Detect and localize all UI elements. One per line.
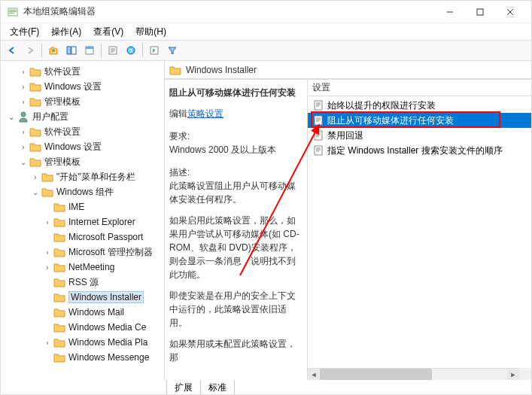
tree-toggle-icon[interactable]: ⌄ [19,158,28,166]
properties-button[interactable] [81,42,98,59]
list-item-label: 禁用回退 [327,129,363,142]
tab-extended[interactable]: 扩展 [166,380,201,395]
tree-item[interactable]: ›Windows Media Pla [1,335,164,350]
tree-item-label: Microsoft Passport [68,232,143,242]
list-row[interactable]: 指定 Windows Installer 搜索安装文件的顺序 [308,143,531,158]
description-p4: 如果禁用或未配置此策略设置，那 [169,337,302,364]
scroll-corner [519,368,531,380]
tree-item[interactable]: ⌄Windows 组件 [1,184,164,199]
column-settings[interactable]: 设置 [312,81,330,94]
tree-item[interactable]: ›软件设置 [1,124,164,139]
list-header[interactable]: 设置 [308,80,531,96]
close-button[interactable] [495,2,525,23]
folder-icon [53,216,65,228]
horizontal-scrollbar[interactable]: ◄ ► [308,368,519,380]
tree-item[interactable]: ⌄管理模板 [1,154,164,169]
tree-item[interactable]: RSS 源 [1,275,164,290]
requirements-section: 要求: Windows 2000 及以上版本 [169,129,302,156]
menu-action[interactable]: 操作(A) [45,24,87,40]
refresh-button[interactable] [146,42,163,59]
tree-toggle-icon[interactable]: › [19,83,28,91]
folder-icon [29,81,41,93]
maximize-button[interactable] [465,2,495,23]
tree-item-label: 软件设置 [44,65,81,78]
list-row[interactable]: 阻止从可移动媒体进行任何安装 [308,113,531,128]
menu-view[interactable]: 查看(V) [87,24,129,40]
tree-item-label: RSS 源 [68,276,99,289]
export-button[interactable] [105,42,121,59]
folder-icon [169,65,181,75]
tree-toggle-icon[interactable]: › [43,248,52,257]
policy-icon [312,144,324,156]
tree-item[interactable]: Windows Installer [1,290,164,305]
content-panel: Windows Installer 阻止从可移动媒体进行任何安装 编辑策略设置 … [165,61,531,380]
tree-item-label: Windows 组件 [56,186,114,199]
filter-button[interactable] [164,42,181,59]
tree-toggle-icon[interactable]: › [19,143,28,151]
content-body: 阻止从可移动媒体进行任何安装 编辑策略设置 要求: Windows 2000 及… [165,79,531,380]
description-section: 描述: 此策略设置阻止用户从可移动媒体安装任何程序。 如果启用此策略设置，那么，… [169,166,302,364]
window-title: 本地组策略编辑器 [23,5,435,18]
up-button[interactable] [45,42,62,59]
folder-icon [29,141,41,153]
tree-toggle-icon[interactable]: › [43,339,52,347]
tree-item-label: 管理模板 [44,96,81,108]
tree-item-label: Windows Media Pla [68,337,147,348]
tree-item[interactable]: ›软件设置 [1,64,164,79]
tree-toggle-icon[interactable]: › [19,128,28,136]
tree-item-label: 管理模板 [44,156,81,169]
forward-button[interactable] [22,42,38,59]
folder-icon [29,96,41,108]
help-button[interactable]: ? [123,42,139,59]
tree-item[interactable]: ›Windows 设置 [1,139,164,154]
tree-toggle-icon[interactable]: › [43,218,52,226]
tree-item[interactable]: Microsoft Passport [1,229,164,245]
tree-item-label: 软件设置 [44,126,81,138]
tree-item[interactable]: ›管理模板 [1,94,164,109]
tree-toggle-icon[interactable]: › [43,263,52,272]
requirements-label: 要求: [169,129,302,143]
tree-item-label: Microsoft 管理控制器 [68,246,153,259]
folder-icon [53,351,65,363]
tree-item-label: Windows Media Ce [68,322,146,333]
tree-item[interactable]: ›"开始"菜单和任务栏 [1,169,164,184]
tree-item-label: Windows 设置 [44,81,102,93]
tree-item[interactable]: IME [1,199,164,214]
tree-item[interactable]: ›Windows 设置 [1,79,164,94]
tree-toggle-icon[interactable]: › [19,98,28,106]
tree-item[interactable]: ›Microsoft 管理控制器 [1,245,164,260]
menu-help[interactable]: 帮助(H) [129,24,172,40]
description-p3: 即使安装是在用户的安全上下文中运行的，此策略设置依旧适用。 [169,289,302,330]
tree-panel[interactable]: ›软件设置›Windows 设置›管理模板⌄用户配置›软件设置›Windows … [1,61,165,380]
edit-policy-link[interactable]: 策略设置 [187,108,223,119]
tree-item[interactable]: Windows Media Ce [1,320,164,335]
folder-icon [29,126,41,138]
edit-policy-line: 编辑策略设置 [169,107,302,120]
svg-rect-3 [9,13,14,14]
tree-toggle-icon[interactable]: ⌄ [31,188,40,196]
tab-standard[interactable]: 标准 [200,380,235,395]
menu-file[interactable]: 文件(F) [4,24,45,40]
tree-toggle-icon[interactable]: › [31,173,40,181]
tree-item[interactable]: ›NetMeeting [1,260,164,275]
scroll-right-button[interactable]: ► [507,369,519,380]
show-hide-tree-button[interactable] [63,42,80,59]
list-row[interactable]: 始终以提升的权限进行安装 [308,98,531,113]
folder-icon [29,156,41,168]
scroll-thumb[interactable] [320,369,432,380]
tree-item[interactable]: ›Internet Explorer [1,214,164,229]
svg-rect-33 [315,146,322,155]
minimize-button[interactable] [435,2,465,23]
list-row[interactable]: 禁用回退 [308,128,531,143]
scroll-track[interactable] [320,369,507,380]
tree-item[interactable]: ⌄用户配置 [1,109,164,124]
description-p2: 如果启用此策略设置，那么，如果用户尝试从可移动媒体(如 CD-ROM、软盘和 D… [169,214,302,281]
svg-rect-29 [315,131,322,140]
tree-item[interactable]: Windows Mail [1,305,164,320]
tree-item[interactable]: Windows Messenge [1,350,164,365]
back-button[interactable] [4,42,20,59]
tree-toggle-icon[interactable]: ⌄ [7,113,16,121]
scroll-left-button[interactable]: ◄ [308,369,320,380]
tree-toggle-icon[interactable]: › [19,68,28,76]
details-panel: 阻止从可移动媒体进行任何安装 编辑策略设置 要求: Windows 2000 及… [165,80,308,380]
